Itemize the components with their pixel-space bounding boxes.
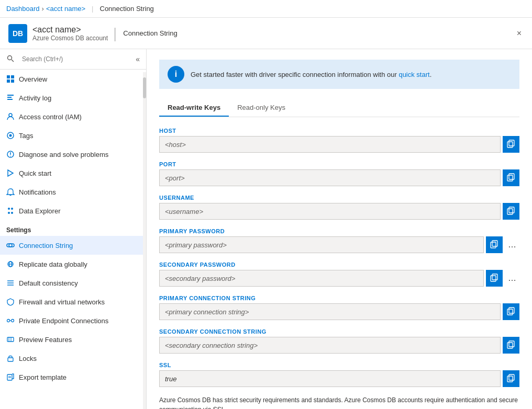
secondary-password-copy-button[interactable] xyxy=(486,270,503,287)
svg-rect-51 xyxy=(509,341,514,347)
primary-password-input[interactable] xyxy=(159,236,484,253)
secondary-connection-string-copy-button[interactable] xyxy=(503,337,519,354)
preview-features-icon xyxy=(6,335,15,344)
connection-string-icon xyxy=(6,241,15,249)
username-input[interactable] xyxy=(159,203,501,220)
nav-item-notifications[interactable]: Notifications xyxy=(0,183,146,201)
breadcrumb-sep1: › xyxy=(42,5,44,13)
nav-item-preview-features[interactable]: Preview Features xyxy=(0,330,146,349)
nav-item-connection-string[interactable]: Connection String xyxy=(0,236,146,255)
port-copy-button[interactable] xyxy=(503,169,519,186)
username-copy-button[interactable] xyxy=(503,203,519,220)
secondary-password-more-button[interactable]: … xyxy=(505,271,519,285)
field-host-row xyxy=(159,136,519,153)
primary-connection-string-copy-button[interactable] xyxy=(503,303,519,320)
info-link[interactable]: quick start xyxy=(398,71,429,78)
notifications-icon xyxy=(6,188,15,196)
footer-note: Azure Cosmos DB has strict security requ… xyxy=(159,395,519,409)
nav-item-data-explorer[interactable]: Data Explorer xyxy=(0,201,146,220)
svg-point-16 xyxy=(8,208,10,210)
private-endpoint-icon xyxy=(6,316,15,325)
nav-label-default-consistency: Default consistency xyxy=(19,279,78,287)
field-primary-connection-string-row xyxy=(159,303,519,320)
copy-icon-ssl xyxy=(507,374,515,384)
svg-rect-48 xyxy=(507,309,513,315)
field-username: USERNAME xyxy=(159,195,519,220)
svg-rect-2 xyxy=(7,75,10,78)
svg-rect-52 xyxy=(507,376,513,382)
nav-item-firewall[interactable]: Firewall and virtual networks xyxy=(0,292,146,311)
field-secondary-connection-string-row xyxy=(159,337,519,354)
nav-label-overview: Overview xyxy=(19,75,47,83)
host-copy-button[interactable] xyxy=(503,136,519,153)
field-secondary-password-label: SECONDARY PASSWORD xyxy=(159,262,519,268)
port-input[interactable] xyxy=(159,169,501,186)
copy-icon-secondary-password xyxy=(490,274,498,283)
ssl-copy-button[interactable] xyxy=(503,370,519,387)
header-account-info: <acct name> Azure Cosmos DB account xyxy=(32,25,108,42)
nav-item-activity-log[interactable]: Activity log xyxy=(0,88,146,107)
primary-connection-string-input[interactable] xyxy=(159,303,501,320)
host-input[interactable] xyxy=(159,136,501,153)
page-title-text: Connection String xyxy=(123,29,177,37)
nav-item-access-control[interactable]: Access control (IAM) xyxy=(0,107,146,126)
nav-item-export-template[interactable]: Export template xyxy=(0,368,146,387)
collapse-icon[interactable]: « xyxy=(136,55,140,63)
nav-item-default-consistency[interactable]: Default consistency xyxy=(0,274,146,292)
secondary-password-input[interactable] xyxy=(159,270,484,287)
field-primary-password-row: … xyxy=(159,236,519,253)
field-secondary-connection-string: SECONDARY CONNECTION STRING xyxy=(159,328,519,354)
field-ssl-label: SSL xyxy=(159,362,519,368)
breadcrumb-dashboard[interactable]: Dashboard xyxy=(6,5,40,13)
search-box: « xyxy=(0,49,146,70)
nav-label-activity-log: Activity log xyxy=(19,94,51,102)
sidebar-scrollbar xyxy=(143,72,146,409)
tags-icon xyxy=(6,131,15,140)
breadcrumb-divider: | xyxy=(92,5,93,13)
nav-item-locks[interactable]: Locks xyxy=(0,349,146,368)
account-name: <acct name> xyxy=(32,25,108,35)
nav-label-locks: Locks xyxy=(19,355,37,362)
svg-point-28 xyxy=(7,320,10,322)
svg-rect-6 xyxy=(7,95,14,96)
field-secondary-password-row: … xyxy=(159,270,519,287)
breadcrumb-acct[interactable]: <acct name> xyxy=(46,5,85,13)
field-username-label: USERNAME xyxy=(159,195,519,201)
access-control-icon xyxy=(6,112,15,121)
field-secondary-connection-string-label: SECONDARY CONNECTION STRING xyxy=(159,328,519,335)
svg-rect-31 xyxy=(7,337,14,342)
nav-item-private-endpoint[interactable]: Private Endpoint Connections xyxy=(0,311,146,330)
nav-item-overview[interactable]: Overview xyxy=(0,70,146,88)
nav-item-tags[interactable]: Tags xyxy=(0,126,146,145)
sidebar-scroll-thumb xyxy=(143,77,146,98)
tab-read-write[interactable]: Read-write Keys xyxy=(159,99,229,117)
field-username-row xyxy=(159,203,519,220)
header-left: DB <acct name> Azure Cosmos DB account |… xyxy=(8,24,178,43)
search-input[interactable] xyxy=(18,53,132,65)
nav-item-quick-start[interactable]: Quick start xyxy=(0,164,146,183)
copy-icon xyxy=(507,140,515,150)
secondary-connection-string-input[interactable] xyxy=(159,337,501,354)
nav-label-access-control: Access control (IAM) xyxy=(19,113,82,121)
nav-label-preview-features: Preview Features xyxy=(19,336,72,344)
svg-rect-44 xyxy=(491,242,496,248)
ssl-input[interactable] xyxy=(159,370,501,387)
primary-password-copy-button[interactable] xyxy=(486,236,503,253)
tab-read-only[interactable]: Read-only Keys xyxy=(229,99,294,117)
svg-point-17 xyxy=(11,208,13,210)
field-port: PORT xyxy=(159,161,519,186)
nav-label-diagnose: Diagnose and solve problems xyxy=(19,151,108,158)
svg-rect-3 xyxy=(11,75,14,78)
svg-point-11 xyxy=(9,134,12,137)
close-button[interactable]: × xyxy=(515,27,524,40)
primary-password-more-button[interactable]: … xyxy=(505,238,519,252)
nav-item-diagnose[interactable]: Diagnose and solve problems xyxy=(0,145,146,164)
copy-icon-primary-cs xyxy=(507,307,515,317)
field-primary-connection-string: PRIMARY CONNECTION STRING xyxy=(159,295,519,320)
svg-rect-8 xyxy=(7,99,13,100)
nav-item-replicate[interactable]: Replicate data globally xyxy=(0,255,146,274)
search-icon xyxy=(6,54,15,64)
nav-label-export-template: Export template xyxy=(19,373,66,381)
nav-label-quick-start: Quick start xyxy=(19,169,51,177)
copy-icon-port xyxy=(507,173,515,183)
